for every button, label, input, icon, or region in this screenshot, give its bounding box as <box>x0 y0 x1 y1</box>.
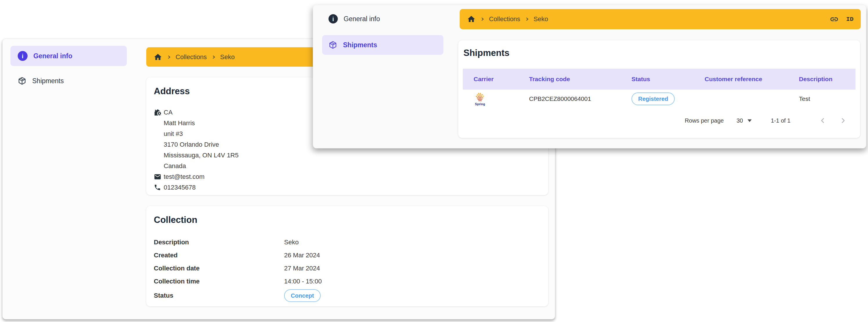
address-email: test@test.com <box>164 173 205 181</box>
chevron-right-icon <box>480 17 485 22</box>
chevron-right-icon <box>166 55 171 60</box>
detail-row: Description Seko <box>154 236 548 249</box>
detail-value: Seko <box>284 239 299 246</box>
detail-label: Description <box>154 239 284 246</box>
package-icon <box>18 76 26 85</box>
sidebar-item-label: General info <box>33 52 72 60</box>
description-cell: Test <box>799 95 856 102</box>
detail-row: Created 26 Mar 2024 <box>154 249 548 262</box>
page-range-label: 1-1 of 1 <box>771 117 790 124</box>
address-email-row: test@test.com <box>154 171 548 182</box>
shipments-window: General info Shipments Collections Seko … <box>313 5 866 148</box>
address-line: Canada <box>154 160 548 171</box>
shipments-card-title: Shipments <box>463 48 860 58</box>
detail-label: Collection time <box>154 278 284 285</box>
collection-card-title: Collection <box>154 215 548 225</box>
phone-icon <box>154 184 164 191</box>
chevron-right-icon <box>525 17 529 22</box>
breadcrumb: Collections Seko ID <box>460 9 861 29</box>
column-header-status: Status <box>631 76 705 82</box>
sidebar-item-shipments[interactable]: Shipments <box>10 71 127 91</box>
info-icon <box>329 14 338 24</box>
column-header-tracking-code: Tracking code <box>529 76 631 82</box>
collection-details: Description Seko Created 26 Mar 2024 Col… <box>154 236 548 303</box>
address-country: Canada <box>164 162 186 170</box>
collection-card: Collection Description Seko Created 26 M… <box>146 206 548 306</box>
address-phone-row: 012345678 <box>154 182 548 193</box>
spring-logo: Spring <box>474 92 486 106</box>
address-phone: 012345678 <box>164 184 195 191</box>
breadcrumb-actions: ID <box>830 15 854 24</box>
address-country-code: CA <box>164 109 173 116</box>
column-header-carrier: Carrier <box>474 76 529 82</box>
sidebar-item-label: Shipments <box>343 41 377 49</box>
detail-value: 26 Mar 2024 <box>284 252 320 259</box>
table-row[interactable]: Spring CPB2CEZ8000064001 Registered Test <box>463 90 856 108</box>
id-icon[interactable]: ID <box>846 16 854 23</box>
mail-icon <box>154 173 164 181</box>
house-pin-icon <box>154 108 164 116</box>
caret-down-icon <box>748 119 752 122</box>
tracking-code-cell: CPB2CEZ8000064001 <box>529 95 631 102</box>
detail-value: 14:00 - 15:00 <box>284 278 322 285</box>
rows-per-page-select[interactable]: 30 <box>737 117 752 124</box>
app-canvas: General info Shipments Collections Seko … <box>0 0 868 322</box>
status-badge: Concept <box>284 289 321 302</box>
shipments-card: Shipments Carrier Tracking code Status C… <box>458 40 860 138</box>
sidebar-item-general-info[interactable]: General info <box>10 46 127 66</box>
link-icon[interactable] <box>830 15 839 24</box>
status-row: Status Concept <box>154 288 548 303</box>
detail-row: Collection time 14:00 - 15:00 <box>154 275 548 288</box>
detail-label: Collection date <box>154 264 284 272</box>
breadcrumb-current: Seko <box>220 53 235 61</box>
table-pagination: Rows per page 30 1-1 of 1 <box>685 114 847 127</box>
shipment-status-badge: Registered <box>631 93 675 105</box>
carrier-cell: Spring <box>474 92 529 106</box>
sidebar-item-shipments[interactable]: Shipments <box>322 35 443 55</box>
detail-value: 27 Mar 2024 <box>284 264 320 272</box>
home-icon[interactable] <box>154 53 162 62</box>
address-street: 3170 Orlando Drive <box>164 141 219 148</box>
rows-per-page-value: 30 <box>737 117 743 124</box>
previous-page-button[interactable] <box>818 116 827 125</box>
sidebar-item-general-info[interactable]: General info <box>322 9 443 29</box>
address-name: Matt Harris <box>164 119 195 127</box>
column-header-customer-reference: Customer reference <box>705 76 799 82</box>
carrier-name: Spring <box>475 102 485 106</box>
breadcrumb-collections[interactable]: Collections <box>489 15 520 23</box>
detail-label: Created <box>154 252 284 259</box>
address-city: Mississauga, ON L4V 1R5 <box>164 152 239 159</box>
status-label: Status <box>154 292 284 299</box>
chevron-right-icon <box>211 55 216 60</box>
breadcrumb-collections[interactable]: Collections <box>176 53 207 61</box>
package-icon <box>329 41 337 49</box>
address-unit: unit #3 <box>164 130 183 138</box>
sidebar-item-label: Shipments <box>32 77 64 85</box>
info-icon <box>18 51 28 61</box>
detail-row: Collection date 27 Mar 2024 <box>154 262 548 275</box>
column-header-description: Description <box>799 76 856 82</box>
breadcrumb-current: Seko <box>534 15 548 23</box>
rows-per-page-label: Rows per page <box>685 117 724 124</box>
next-page-button[interactable] <box>839 116 847 125</box>
chevron-right-icon <box>839 116 847 124</box>
home-icon[interactable] <box>467 15 476 24</box>
status-cell: Registered <box>631 93 705 105</box>
sidebar-item-label: General info <box>344 15 380 23</box>
table-header-row: Carrier Tracking code Status Customer re… <box>463 69 856 90</box>
address-line: Mississauga, ON L4V 1R5 <box>154 150 548 160</box>
chevron-left-icon <box>819 116 827 124</box>
